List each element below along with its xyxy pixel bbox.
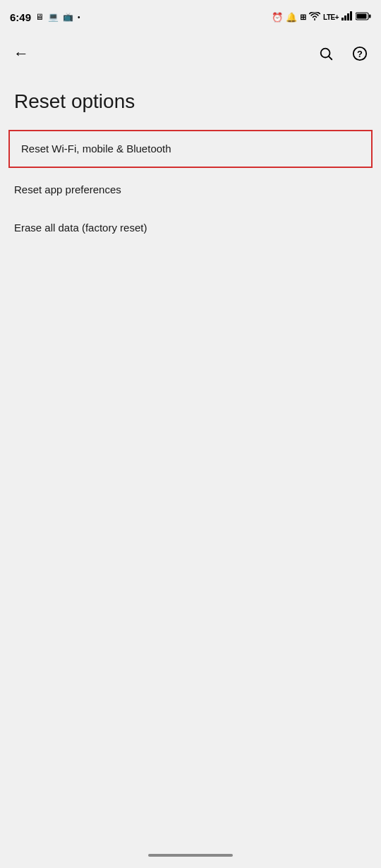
- time-display: 6:49: [10, 11, 31, 23]
- menu-item-label: Reset Wi-Fi, mobile & Bluetooth: [21, 143, 171, 155]
- svg-text:?: ?: [357, 49, 363, 59]
- menu-list: Reset Wi-Fi, mobile & Bluetooth Reset ap…: [0, 130, 381, 247]
- page-title-section: Reset options: [0, 73, 381, 124]
- status-bar-left: 6:49 🖥 💻 📺 •: [10, 11, 80, 23]
- home-indicator: [148, 854, 233, 857]
- search-button[interactable]: [310, 38, 341, 69]
- wifi-icon: [309, 11, 320, 23]
- menu-item-label: Reset app preferences: [14, 183, 121, 195]
- dot-icon: •: [78, 13, 80, 21]
- status-bar: 6:49 🖥 💻 📺 • ⏰ 🔔 ⊞ LTE+: [0, 0, 381, 34]
- svg-rect-5: [357, 14, 367, 19]
- battery-icon: [356, 11, 371, 23]
- svg-rect-1: [344, 16, 346, 20]
- svg-rect-2: [347, 13, 349, 20]
- svg-line-8: [329, 56, 332, 59]
- alarm-icon: ⏰: [272, 12, 283, 23]
- menu-item-reset-wifi[interactable]: Reset Wi-Fi, mobile & Bluetooth: [8, 130, 373, 168]
- help-button[interactable]: ?: [344, 38, 375, 69]
- laptop-icon: 💻: [48, 12, 59, 22]
- menu-item-label: Erase all data (factory reset): [14, 222, 147, 234]
- media-icon: 📺: [63, 12, 73, 22]
- volume-icon: 🔔: [286, 12, 297, 23]
- signal-icon: [341, 11, 353, 23]
- app-bar-right: ?: [310, 38, 375, 69]
- menu-item-factory-reset[interactable]: Erase all data (factory reset): [0, 209, 381, 247]
- app-bar: ← ?: [0, 34, 381, 73]
- page-title: Reset options: [14, 90, 367, 113]
- status-bar-right: ⏰ 🔔 ⊞ LTE+: [272, 11, 371, 23]
- svg-rect-0: [341, 18, 344, 20]
- back-button[interactable]: ←: [6, 38, 37, 69]
- app-bar-left: ←: [6, 38, 37, 69]
- svg-rect-3: [350, 11, 352, 20]
- monitor-icon: 🖥: [35, 12, 44, 22]
- menu-item-reset-app-prefs[interactable]: Reset app preferences: [0, 171, 381, 209]
- svg-rect-6: [369, 15, 371, 18]
- network-icon: ⊞: [300, 13, 306, 22]
- lte-badge: LTE+: [323, 13, 339, 21]
